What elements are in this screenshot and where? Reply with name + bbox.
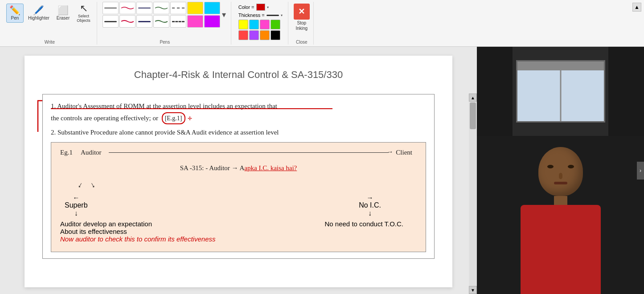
branch-labels-row: ← Superb ↓ → No I.C. ↓ — [60, 194, 417, 217]
write-label: Write — [45, 39, 55, 45]
pen-swatch-2[interactable] — [119, 2, 135, 14]
pen-swatch-9[interactable] — [119, 15, 135, 28]
doc-scrollbar[interactable]: ▲ ▼ — [469, 94, 477, 294]
superb-label: Superb — [65, 201, 88, 209]
no-ic-label: No I.C. — [359, 201, 381, 209]
pen-swatch-5[interactable] — [170, 2, 186, 14]
select-tool[interactable]: ↖ SelectObjects — [74, 2, 93, 25]
branch-arrows: ↑ ↑ — [78, 181, 95, 190]
branch-desc-row: Auditor develop an expectation About its… — [60, 220, 417, 243]
pens-label: Pens — [160, 39, 170, 45]
document-page: Chapter-4-Risk & Internal Control & SA-3… — [25, 56, 452, 287]
left-desc: Auditor develop an expectation About its… — [60, 220, 215, 243]
close-x-button[interactable]: ✕ — [294, 4, 310, 20]
content-box: 1. Auditor's Assessment of ROMM at the a… — [42, 94, 435, 259]
scroll-thumb[interactable] — [470, 102, 476, 129]
pen-swatch-11[interactable] — [153, 15, 169, 28]
highlighter-label: Highlighter — [28, 16, 49, 20]
color-purple[interactable] — [249, 30, 259, 40]
color-row[interactable]: Color = ▾ — [238, 4, 283, 11]
eg1-circled: [E.g.1] — [162, 112, 185, 125]
document-scroll[interactable]: Chapter-4-Risk & Internal Control & SA-3… — [0, 47, 477, 294]
eraser-label: Eraser — [57, 16, 70, 20]
eraser-icon: ⬜ — [57, 6, 69, 15]
pen-swatch-7[interactable] — [204, 2, 220, 14]
highlighter-tool[interactable]: 🖊️ Highlighter — [25, 4, 52, 22]
color-orange[interactable] — [260, 30, 270, 40]
pen-swatches-grid — [103, 2, 220, 28]
right-diagonal-arrow: ↑ — [89, 180, 97, 191]
auditor-label: Auditor — [81, 149, 102, 156]
main-area: Chapter-4-Risk & Internal Control & SA-3… — [0, 47, 644, 294]
mouth — [554, 182, 567, 184]
pen-swatch-10[interactable] — [136, 15, 152, 28]
ink-controls: Color = ▾ Thickness = ▾ — [237, 2, 284, 42]
color-black[interactable] — [271, 30, 280, 40]
thickness-dropdown-arrow: ▾ — [281, 13, 283, 17]
cursor-mark: ✛ — [188, 115, 192, 122]
auditor-client-arrow — [109, 152, 389, 153]
content-text: 1. Auditor's Assessment of ROMM at the a… — [51, 101, 426, 139]
left-desc-2: About its effectiveness — [60, 228, 215, 235]
eraser-tool[interactable]: ⬜ Eraser — [54, 4, 72, 22]
client-label: Client — [396, 149, 412, 156]
pen-swatch-13[interactable] — [187, 15, 203, 28]
pen-swatch-14[interactable] — [204, 15, 220, 28]
thickness-row[interactable]: Thickness = ▾ — [238, 12, 283, 18]
window-view — [516, 60, 605, 122]
left-branch-label: ← — [73, 194, 79, 201]
pen-swatch-3[interactable] — [136, 2, 152, 14]
sa-text-red: apka I.C. kaisa hai? — [244, 164, 297, 172]
right-desc: No need to conduct T.O.C. — [325, 220, 417, 243]
pen-more-button[interactable]: ▾ — [221, 10, 227, 20]
pen-swatch-6[interactable] — [187, 2, 203, 14]
pen-swatch-8[interactable] — [103, 15, 119, 28]
pen-tool[interactable]: ✏️ Pen — [6, 4, 24, 23]
pen-swatch-1[interactable] — [103, 2, 119, 14]
down-arrow-right: ↓ — [368, 209, 372, 217]
dark-left — [477, 47, 513, 136]
left-desc-3: Now auditor to check this to confirm its… — [60, 235, 215, 243]
right-desc-1: No need to conduct T.O.C. — [325, 220, 404, 228]
left-desc-1: Auditor develop an expectation — [60, 220, 215, 228]
color-yellow[interactable] — [238, 20, 248, 29]
sa-text-normal: SA -315: - Auditor → A — [180, 164, 245, 172]
pen-swatch-12[interactable] — [170, 15, 186, 28]
left-eye — [547, 165, 554, 168]
sa-text-row: SA -315: - Auditor → Aapka I.C. kaisa ha… — [60, 164, 417, 172]
point2-text: 2. Substantive Procedure alone cannot pr… — [51, 127, 426, 139]
pen-icon: ✏️ — [9, 6, 21, 15]
webcam-panel: › — [477, 47, 644, 294]
thickness-label: Thickness = — [238, 12, 265, 18]
person — [521, 147, 601, 294]
color-thickness-group: Color = ▾ Thickness = ▾ — [233, 2, 288, 45]
webcam-video-area — [477, 136, 644, 294]
person-head — [538, 147, 583, 196]
expand-panel-arrow[interactable]: › — [637, 162, 644, 180]
document-title: Chapter-4-Risk & Internal Control & SA-3… — [42, 69, 435, 81]
point1-text: 1. Auditor's Assessment of ROMM at the a… — [51, 101, 426, 112]
scroll-up-toolbar[interactable]: ▲ — [632, 3, 641, 12]
content-section: 1. Auditor's Assessment of ROMM at the a… — [42, 94, 435, 259]
left-branch-container: ↑ ↑ — [78, 181, 95, 190]
left-branch: ← Superb ↓ — [65, 194, 88, 217]
pen-swatch-4[interactable] — [153, 2, 169, 14]
highlighter-icon: 🖊️ — [33, 6, 44, 15]
write-group: ✏️ Pen 🖊️ Highlighter ⬜ Eraser ↖ SelectO… — [3, 2, 97, 45]
person-body — [521, 205, 601, 294]
right-eye — [568, 165, 574, 168]
color-cyan[interactable] — [249, 20, 259, 29]
point1b-text: the controls are operating effectively; … — [51, 112, 426, 125]
color-swatch-grid — [238, 20, 283, 40]
color-label: Color = — [238, 4, 254, 10]
color-magenta[interactable] — [260, 20, 270, 29]
color-red-bright[interactable] — [238, 30, 248, 40]
color-green[interactable] — [271, 20, 280, 29]
right-branch: → No I.C. ↓ — [359, 194, 381, 217]
scroll-down-doc[interactable]: ▼ — [469, 286, 477, 294]
document-area: Chapter-4-Risk & Internal Control & SA-3… — [0, 47, 477, 294]
dark-right — [608, 47, 644, 136]
window-divider — [560, 61, 561, 121]
pen-label: Pen — [11, 16, 19, 20]
scroll-up-doc[interactable]: ▲ — [469, 94, 477, 102]
